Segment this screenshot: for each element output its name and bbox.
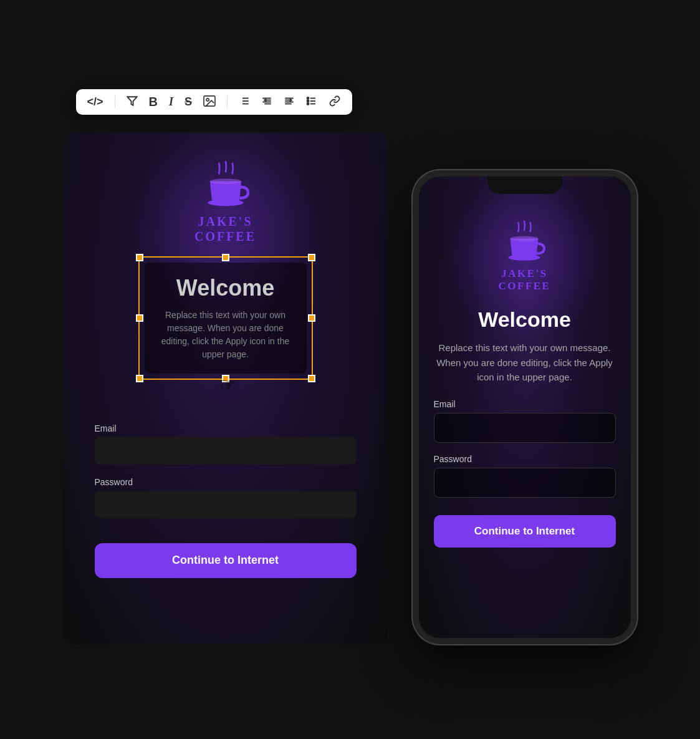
phone-password-input[interactable] [434, 468, 616, 498]
toolbar: </> B I S [76, 89, 353, 115]
welcome-content-box: Welcome Replace this text with your own … [145, 263, 307, 374]
svg-rect-1 [204, 95, 215, 105]
italic-icon[interactable]: I [169, 96, 173, 107]
handle-tm[interactable] [222, 254, 229, 261]
filter-icon[interactable] [127, 95, 138, 109]
link-icon[interactable] [328, 95, 341, 109]
brand-name: JAKE'S COFFEE [194, 214, 256, 244]
handle-ml[interactable] [136, 314, 143, 322]
svg-point-20 [307, 97, 309, 99]
logo-area: JAKE'S COFFEE [194, 158, 256, 244]
phone-brand-name: JAKE'S COFFEE [499, 268, 551, 293]
cursor-hand-icon: ☞ [219, 374, 236, 395]
phone-welcome-desc: Replace this text with your own message.… [434, 341, 616, 384]
welcome-title: Welcome [155, 275, 297, 301]
editor-panel: </> B I S [64, 133, 388, 644]
phone-email-input[interactable] [434, 413, 616, 443]
svg-point-21 [307, 100, 309, 102]
form-section: Email Password [82, 423, 369, 531]
list-icon[interactable] [239, 95, 250, 109]
divider-2 [227, 95, 228, 108]
email-input[interactable] [95, 437, 357, 465]
svg-point-24 [209, 178, 241, 184]
welcome-description: Replace this text with your own message.… [155, 309, 297, 361]
strikethrough-icon[interactable]: S [185, 96, 192, 107]
coffee-logo-icon [198, 158, 254, 214]
password-label: Password [95, 477, 357, 487]
phone-frame: JAKE'S COFFEE Welcome Replace this text … [413, 170, 637, 644]
svg-point-26 [511, 236, 539, 241]
email-label: Email [95, 423, 357, 433]
bullet-icon[interactable] [306, 95, 317, 109]
phone-coffee-logo-icon [499, 218, 549, 268]
svg-point-22 [307, 103, 309, 105]
handle-mr[interactable] [308, 314, 315, 322]
handle-tr[interactable] [308, 254, 315, 261]
image-icon[interactable] [203, 95, 216, 109]
svg-marker-0 [127, 97, 137, 105]
phone-welcome-title: Welcome [478, 307, 571, 332]
handle-br[interactable] [308, 375, 315, 382]
phone-password-label: Password [434, 454, 616, 464]
continue-button[interactable]: Continue to Internet [95, 543, 357, 578]
svg-point-25 [509, 254, 540, 261]
phone-form: Email Password Continue to Internet [434, 399, 616, 548]
outdent-icon[interactable] [261, 95, 272, 109]
password-input[interactable] [95, 491, 357, 518]
phone-email-label: Email [434, 399, 616, 409]
phone-continue-button[interactable]: Continue to Internet [434, 515, 616, 548]
scene: </> B I S [64, 133, 637, 644]
indent-icon[interactable] [284, 95, 295, 109]
handle-bl[interactable] [136, 375, 143, 382]
phone-logo-area: JAKE'S COFFEE [499, 218, 551, 293]
handle-tl[interactable] [136, 254, 143, 261]
phone-notch [487, 176, 562, 194]
phone-wrapper: JAKE'S COFFEE Welcome Replace this text … [413, 170, 637, 644]
divider-1 [115, 95, 115, 108]
phone-screen: JAKE'S COFFEE Welcome Replace this text … [419, 176, 631, 638]
svg-point-23 [208, 199, 244, 206]
bold-icon[interactable]: B [149, 95, 158, 108]
svg-point-2 [206, 98, 209, 100]
code-icon[interactable]: </> [87, 96, 103, 107]
captive-screen: JAKE'S COFFEE Welcome Re [64, 133, 388, 644]
welcome-selection[interactable]: Welcome Replace this text with your own … [145, 263, 307, 374]
